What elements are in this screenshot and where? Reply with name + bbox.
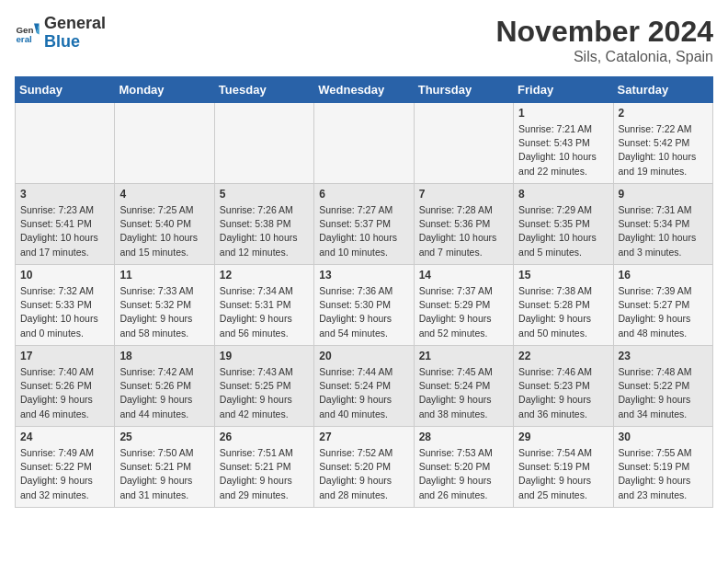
day-number: 28: [419, 431, 508, 443]
day-info: Sunrise: 7:48 AMSunset: 5:22 PMDaylight:…: [619, 365, 708, 421]
day-number: 9: [619, 188, 708, 201]
day-number: 19: [220, 350, 309, 362]
calendar-cell: 21 Sunrise: 7:45 AMSunset: 5:24 PMDaylig…: [414, 346, 513, 427]
calendar-cell: 26 Sunrise: 7:51 AMSunset: 5:21 PMDaylig…: [214, 427, 313, 508]
day-number: 14: [419, 269, 508, 282]
day-number: 18: [119, 350, 209, 362]
logo-general: General: [44, 14, 106, 32]
calendar-cell: 22 Sunrise: 7:46 AMSunset: 5:23 PMDaylig…: [514, 346, 613, 427]
calendar-cell: 18 Sunrise: 7:42 AMSunset: 5:26 PMDaylig…: [115, 346, 214, 427]
calendar-cell: 12 Sunrise: 7:34 AMSunset: 5:31 PMDaylig…: [214, 265, 313, 346]
month-title: November 2024: [495, 15, 713, 49]
day-info: Sunrise: 7:49 AMSunset: 5:22 PMDaylight:…: [20, 446, 109, 502]
day-info: Sunrise: 7:43 AMSunset: 5:25 PMDaylight:…: [220, 365, 309, 421]
logo: Gen eral General Blue: [15, 15, 106, 52]
day-number: 24: [20, 431, 109, 443]
week-row-4: 17 Sunrise: 7:40 AMSunset: 5:26 PMDaylig…: [16, 346, 713, 427]
day-number: 23: [619, 350, 708, 362]
day-info: Sunrise: 7:27 AMSunset: 5:37 PMDaylight:…: [319, 203, 408, 259]
day-info: Sunrise: 7:22 AMSunset: 5:42 PMDaylight:…: [619, 122, 708, 178]
calendar-cell: 19 Sunrise: 7:43 AMSunset: 5:25 PMDaylig…: [214, 346, 313, 427]
day-number: 16: [619, 269, 708, 282]
logo-blue: Blue: [44, 32, 80, 51]
day-info: Sunrise: 7:44 AMSunset: 5:24 PMDaylight:…: [319, 365, 408, 421]
calendar-cell: 14 Sunrise: 7:37 AMSunset: 5:29 PMDaylig…: [414, 265, 513, 346]
week-row-1: 1 Sunrise: 7:21 AMSunset: 5:43 PMDayligh…: [16, 103, 713, 184]
calendar-cell: 16 Sunrise: 7:39 AMSunset: 5:27 PMDaylig…: [613, 265, 712, 346]
day-number: 27: [319, 431, 408, 443]
logo-text: General Blue: [44, 15, 106, 52]
day-info: Sunrise: 7:36 AMSunset: 5:30 PMDaylight:…: [319, 284, 408, 340]
calendar-cell: 9 Sunrise: 7:31 AMSunset: 5:34 PMDayligh…: [613, 184, 712, 265]
calendar-cell: 6 Sunrise: 7:27 AMSunset: 5:37 PMDayligh…: [314, 184, 414, 265]
calendar-cell: 30 Sunrise: 7:55 AMSunset: 5:19 PMDaylig…: [613, 427, 712, 508]
calendar-cell: 1 Sunrise: 7:21 AMSunset: 5:43 PMDayligh…: [514, 103, 613, 184]
day-number: 11: [119, 269, 209, 282]
title-block: November 2024 Sils, Catalonia, Spain: [495, 15, 713, 65]
day-info: Sunrise: 7:31 AMSunset: 5:34 PMDaylight:…: [619, 203, 708, 259]
location: Sils, Catalonia, Spain: [495, 49, 713, 65]
weekday-header-row: SundayMondayTuesdayWednesdayThursdayFrid…: [16, 77, 713, 103]
day-info: Sunrise: 7:39 AMSunset: 5:27 PMDaylight:…: [619, 284, 708, 340]
calendar-cell: 8 Sunrise: 7:29 AMSunset: 5:35 PMDayligh…: [514, 184, 613, 265]
day-info: Sunrise: 7:54 AMSunset: 5:19 PMDaylight:…: [518, 446, 608, 502]
calendar-cell: [214, 103, 313, 184]
day-number: 8: [518, 188, 608, 201]
day-info: Sunrise: 7:25 AMSunset: 5:40 PMDaylight:…: [119, 203, 209, 259]
calendar-cell: 7 Sunrise: 7:28 AMSunset: 5:36 PMDayligh…: [414, 184, 513, 265]
week-row-5: 24 Sunrise: 7:49 AMSunset: 5:22 PMDaylig…: [16, 427, 713, 508]
day-info: Sunrise: 7:50 AMSunset: 5:21 PMDaylight:…: [119, 446, 209, 502]
day-info: Sunrise: 7:32 AMSunset: 5:33 PMDaylight:…: [20, 284, 109, 340]
calendar-cell: 24 Sunrise: 7:49 AMSunset: 5:22 PMDaylig…: [16, 427, 115, 508]
day-number: 21: [419, 350, 508, 362]
day-info: Sunrise: 7:28 AMSunset: 5:36 PMDaylight:…: [419, 203, 508, 259]
day-info: Sunrise: 7:23 AMSunset: 5:41 PMDaylight:…: [20, 203, 109, 259]
calendar-cell: 28 Sunrise: 7:53 AMSunset: 5:20 PMDaylig…: [414, 427, 513, 508]
day-info: Sunrise: 7:38 AMSunset: 5:28 PMDaylight:…: [518, 284, 608, 340]
calendar-cell: 20 Sunrise: 7:44 AMSunset: 5:24 PMDaylig…: [314, 346, 414, 427]
day-info: Sunrise: 7:45 AMSunset: 5:24 PMDaylight:…: [419, 365, 508, 421]
weekday-header-tuesday: Tuesday: [214, 77, 313, 103]
calendar-cell: 10 Sunrise: 7:32 AMSunset: 5:33 PMDaylig…: [16, 265, 115, 346]
calendar-cell: 27 Sunrise: 7:52 AMSunset: 5:20 PMDaylig…: [314, 427, 414, 508]
calendar-cell: 2 Sunrise: 7:22 AMSunset: 5:42 PMDayligh…: [613, 103, 712, 184]
day-info: Sunrise: 7:53 AMSunset: 5:20 PMDaylight:…: [419, 446, 508, 502]
day-number: 13: [319, 269, 408, 282]
day-number: 5: [220, 188, 309, 201]
day-info: Sunrise: 7:21 AMSunset: 5:43 PMDaylight:…: [518, 122, 608, 178]
day-info: Sunrise: 7:52 AMSunset: 5:20 PMDaylight:…: [319, 446, 408, 502]
calendar-cell: 29 Sunrise: 7:54 AMSunset: 5:19 PMDaylig…: [514, 427, 613, 508]
day-info: Sunrise: 7:33 AMSunset: 5:32 PMDaylight:…: [119, 284, 209, 340]
weekday-header-monday: Monday: [115, 77, 214, 103]
day-info: Sunrise: 7:51 AMSunset: 5:21 PMDaylight:…: [220, 446, 309, 502]
calendar-table: SundayMondayTuesdayWednesdayThursdayFrid…: [15, 76, 713, 508]
day-number: 10: [20, 269, 109, 282]
day-info: Sunrise: 7:34 AMSunset: 5:31 PMDaylight:…: [220, 284, 309, 340]
weekday-header-friday: Friday: [514, 77, 613, 103]
day-number: 20: [319, 350, 408, 362]
day-number: 1: [518, 107, 608, 120]
calendar-cell: 25 Sunrise: 7:50 AMSunset: 5:21 PMDaylig…: [115, 427, 214, 508]
calendar-cell: [16, 103, 115, 184]
calendar-cell: 4 Sunrise: 7:25 AMSunset: 5:40 PMDayligh…: [115, 184, 214, 265]
calendar-cell: [314, 103, 414, 184]
day-number: 22: [518, 350, 608, 362]
day-number: 17: [20, 350, 109, 362]
day-number: 7: [419, 188, 508, 201]
day-number: 15: [518, 269, 608, 282]
day-number: 30: [619, 431, 708, 443]
weekday-header-saturday: Saturday: [613, 77, 712, 103]
day-number: 3: [20, 188, 109, 201]
calendar-cell: [414, 103, 513, 184]
calendar-cell: 11 Sunrise: 7:33 AMSunset: 5:32 PMDaylig…: [115, 265, 214, 346]
day-info: Sunrise: 7:40 AMSunset: 5:26 PMDaylight:…: [20, 365, 109, 421]
day-number: 2: [619, 107, 708, 120]
day-number: 25: [119, 431, 209, 443]
calendar-cell: 3 Sunrise: 7:23 AMSunset: 5:41 PMDayligh…: [16, 184, 115, 265]
weekday-header-thursday: Thursday: [414, 77, 513, 103]
day-number: 4: [119, 188, 209, 201]
general-blue-logo-icon: Gen eral: [15, 20, 40, 46]
calendar-cell: 17 Sunrise: 7:40 AMSunset: 5:26 PMDaylig…: [16, 346, 115, 427]
svg-text:eral: eral: [16, 34, 32, 44]
calendar-cell: 23 Sunrise: 7:48 AMSunset: 5:22 PMDaylig…: [613, 346, 712, 427]
